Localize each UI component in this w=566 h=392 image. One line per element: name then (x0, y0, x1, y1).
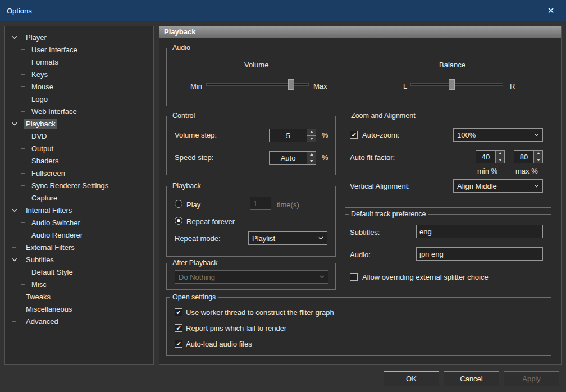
spin-up-button[interactable] (307, 129, 316, 135)
volume-slider[interactable] (206, 79, 309, 90)
spin-down-button[interactable] (496, 157, 504, 163)
balance-left-label: L (403, 82, 407, 90)
speed-step-label: Speed step: (175, 153, 213, 162)
tree-connector (21, 161, 30, 161)
spin-down-button[interactable] (307, 158, 316, 165)
open-settings-row: ✔Use worker thread to construct the filt… (167, 304, 551, 320)
checkbox[interactable]: ✔ (175, 324, 182, 332)
auto-fit-min-caption: min % (477, 167, 497, 175)
tree-connector (21, 173, 30, 174)
chevron-down-icon[interactable] (12, 208, 24, 212)
auto-fit-max-input[interactable] (514, 151, 533, 163)
auto-fit-min-input[interactable] (476, 151, 495, 163)
cancel-button[interactable]: Cancel (444, 371, 499, 386)
checkbox-label: Use worker thread to construct the filte… (186, 308, 334, 317)
balance-slider-track[interactable] (410, 83, 503, 86)
sidebar-item-output[interactable]: Output (5, 142, 153, 154)
close-button[interactable]: ✕ (542, 2, 559, 19)
speed-step-input[interactable] (270, 152, 307, 164)
sidebar-item-label: Fullscreen (30, 168, 67, 178)
sidebar-item-subtitles[interactable]: Subtitles (5, 253, 153, 266)
spin-up-button[interactable] (534, 151, 542, 157)
sidebar-item-audio-renderer[interactable]: Audio Renderer (5, 229, 153, 241)
play-radio[interactable] (175, 200, 182, 208)
sidebar-item-audio-switcher[interactable]: Audio Switcher (5, 216, 153, 229)
sidebar-item-formats[interactable]: Formats (5, 56, 153, 68)
sidebar-item-label: Sync Renderer Settings (30, 181, 110, 190)
volume-label: Volume (244, 61, 268, 69)
spin-down-button[interactable] (534, 157, 542, 163)
balance-slider[interactable] (410, 79, 503, 90)
repeat-mode-select[interactable]: Playlist (248, 231, 327, 245)
audio-group-legend: Audio (170, 44, 193, 52)
sidebar-item-fullscreen[interactable]: Fullscreen (5, 167, 153, 179)
vertical-alignment-select[interactable]: Align Middle (453, 179, 543, 193)
chevron-down-icon[interactable] (12, 258, 24, 262)
sidebar-item-mouse[interactable]: Mouse (5, 80, 153, 93)
checkbox[interactable]: ✔ (175, 340, 182, 348)
sidebar-item-misc[interactable]: Misc (5, 278, 153, 290)
tree-connector (21, 74, 30, 75)
repeat-forever-radio[interactable] (175, 217, 182, 225)
subtitles-input[interactable] (416, 225, 543, 238)
sidebar-item-sync-renderer-settings[interactable]: Sync Renderer Settings (5, 179, 153, 192)
checkbox[interactable]: ✔ (175, 308, 182, 316)
spin-down-button[interactable] (307, 135, 316, 142)
sidebar-item-web-interface[interactable]: Web Interface (5, 105, 153, 117)
subtitles-label: Subtitles: (350, 228, 380, 236)
tree-connector (21, 272, 30, 272)
arrow-up-icon (499, 152, 502, 154)
sidebar-item-tweaks[interactable]: Tweaks (5, 290, 153, 303)
sidebar-item-label: Player (24, 33, 48, 42)
balance-right-label: R (510, 82, 515, 90)
repeat-forever-label: Repeat forever (186, 217, 235, 226)
volume-step-input[interactable] (270, 129, 307, 142)
auto-zoom-select[interactable]: 100% (453, 128, 543, 142)
sidebar-item-player[interactable]: Player (5, 31, 153, 43)
chevron-down-icon[interactable] (12, 122, 24, 126)
sidebar-item-label: Internal Filters (24, 206, 74, 215)
arrow-down-icon (499, 159, 502, 161)
arrow-down-icon (537, 159, 540, 161)
sidebar-item-label: Logo (30, 94, 49, 104)
sidebar-item-capture[interactable]: Capture (5, 192, 153, 204)
override-splitter-label: Allow overriding external splitter choic… (362, 273, 489, 281)
sidebar-item-external-filters[interactable]: External Filters (5, 241, 153, 253)
ok-button[interactable]: OK (384, 371, 439, 386)
audio-group: Audio Volume Min Max Balance L R (166, 48, 551, 106)
spin-up-button[interactable] (496, 151, 504, 157)
override-splitter-checkbox[interactable] (350, 273, 358, 281)
volume-step-spinner (269, 129, 316, 142)
volume-slider-thumb[interactable] (288, 79, 294, 90)
tree-connector (12, 309, 24, 309)
arrow-up-icon (537, 152, 540, 154)
sidebar-item-logo[interactable]: Logo (5, 93, 153, 105)
sidebar-item-label: Shaders (30, 156, 60, 166)
auto-zoom-checkbox[interactable]: ✔ (350, 131, 358, 139)
spin-up-button[interactable] (307, 152, 316, 158)
chevron-down-icon[interactable] (12, 35, 24, 39)
arrow-up-icon (310, 153, 313, 156)
sidebar-item-label: Miscellaneous (24, 304, 74, 314)
playback-group-legend: Playback (170, 182, 203, 190)
balance-slider-thumb[interactable] (449, 79, 455, 90)
auto-fit-label: Auto fit factor: (350, 153, 395, 162)
close-icon: ✕ (547, 6, 555, 16)
sidebar-item-dvd[interactable]: DVD (5, 130, 153, 142)
sidebar-item-default-style[interactable]: Default Style (5, 266, 153, 278)
control-group-legend: Control (170, 112, 197, 120)
audio-tracks-input[interactable] (416, 247, 543, 261)
sidebar-item-advanced[interactable]: Advanced (5, 315, 153, 327)
sidebar-item-user-interface[interactable]: User Interface (5, 43, 153, 56)
checkbox-label: Report pins which fail to render (186, 324, 286, 332)
sidebar-item-internal-filters[interactable]: Internal Filters (5, 204, 153, 216)
sidebar-item-miscellaneous[interactable]: Miscellaneous (5, 303, 153, 315)
open-settings-legend: Open settings (170, 293, 218, 302)
volume-step-spin-buttons (307, 129, 316, 142)
sidebar-item-label: Tweaks (24, 292, 52, 302)
tree-connector (21, 49, 30, 50)
sidebar-item-playback[interactable]: Playback (5, 117, 153, 130)
sidebar-item-shaders[interactable]: Shaders (5, 154, 153, 167)
sidebar-item-keys[interactable]: Keys (5, 68, 153, 80)
auto-zoom-label: Auto-zoom: (362, 131, 399, 139)
